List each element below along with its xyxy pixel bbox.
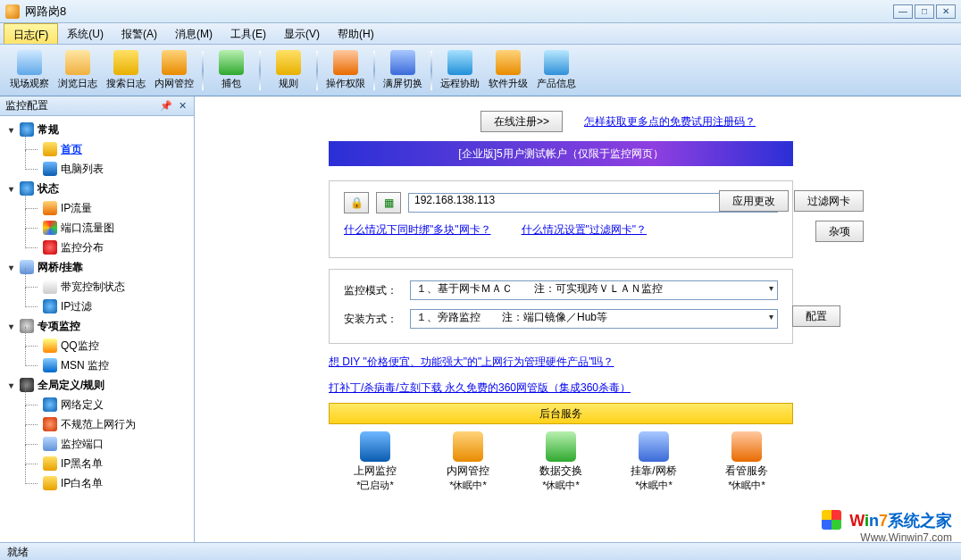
service-label: 数据交换 — [521, 464, 601, 479]
toolbar-software-upgrade[interactable]: 软件升级 — [484, 47, 532, 94]
sidebar-close-icon[interactable]: ✕ — [176, 100, 188, 113]
toolbar-browse-log[interactable]: 浏览日志 — [54, 47, 102, 94]
status-text: 就绪 — [7, 546, 29, 558]
patch-link[interactable]: 打补丁/杀病毒/立刻下载 永久免费的360网管版（集成360杀毒） — [329, 381, 631, 394]
maximize-button[interactable]: □ — [915, 4, 934, 19]
item-label: 首页 — [61, 142, 82, 157]
view-svc-icon — [731, 431, 762, 462]
service-bridge-svc[interactable]: 挂靠/网桥*休眠中* — [614, 431, 694, 492]
menu-3[interactable]: 消息(M) — [166, 23, 221, 44]
data-exchange-icon — [546, 431, 576, 462]
remote-assist-icon — [447, 50, 472, 75]
item-label: IP黑名单 — [61, 456, 103, 472]
capture-icon — [219, 50, 244, 75]
mode-value: １、基于网卡ＭＡＣ 注：可实现跨ＶＬＡＮ监控 — [416, 282, 663, 295]
title-bar: 网路岗8 — □ ✕ — [0, 0, 961, 23]
toolbar-rules[interactable]: 规则 — [264, 47, 313, 94]
toolbar-separator — [430, 51, 432, 90]
service-net-monitor[interactable]: 上网监控*已启动* — [335, 431, 415, 492]
item-label: 网络定义 — [61, 397, 104, 413]
irregular-behavior-icon — [43, 417, 57, 431]
watermark: Win7系统之家 Www.Winwin7.com — [822, 510, 952, 544]
diy-link[interactable]: 想 DIY "价格便宜、功能强大"的"上网行为管理硬件产品"吗？ — [329, 355, 614, 368]
tree-item-ip-whitelist[interactable]: IP白名单 — [0, 473, 194, 493]
network-def-icon — [43, 397, 57, 412]
nic-icon[interactable]: ▦ — [376, 192, 401, 213]
sidebar-title: 监控配置 — [5, 98, 48, 113]
watermark-line2: Www.Winwin7.com — [822, 531, 952, 544]
service-view-svc[interactable]: 看管服务*休眠中* — [706, 431, 787, 492]
browse-log-label: 浏览日志 — [58, 77, 97, 90]
toolbar-product-info[interactable]: 产品信息 — [532, 47, 581, 94]
windows-logo-icon — [822, 510, 841, 530]
tree-item-monitor-dist[interactable]: 监控分布 — [0, 238, 194, 257]
rules-icon — [276, 50, 301, 75]
service-label: 内网管控 — [428, 464, 508, 479]
misc-button[interactable]: 杂项 — [815, 221, 864, 242]
group-label: 状态 — [38, 181, 59, 196]
fullscreen-switch-label: 满屏切换 — [383, 77, 422, 90]
toolbar-capture[interactable]: 捕包 — [207, 47, 255, 94]
op-perm-label: 操作权限 — [326, 77, 365, 90]
toolbar-search-log[interactable]: 搜索日志 — [102, 47, 150, 94]
capture-label: 捕包 — [221, 77, 241, 90]
bandwidth-ctrl-icon — [43, 280, 57, 294]
toolbar-scene-watch[interactable]: 现场观察 — [5, 47, 54, 94]
menu-2[interactable]: 报警(A) — [113, 23, 166, 44]
toolbar-op-perm[interactable]: 操作权限 — [322, 47, 370, 94]
product-info-label: 产品信息 — [537, 77, 576, 90]
fullscreen-switch-icon — [390, 50, 415, 75]
close-button[interactable]: ✕ — [936, 4, 956, 19]
config-button[interactable]: 配置 — [792, 305, 840, 327]
service-status: *休眠中* — [521, 479, 601, 492]
sidebar-header: 监控配置 📌 ✕ — [0, 96, 194, 116]
toolbar-remote-assist[interactable]: 远程协助 — [436, 47, 484, 94]
service-intranet-ctrl[interactable]: 内网管控*休眠中* — [428, 431, 508, 492]
ip-traffic-icon — [43, 201, 57, 215]
group-label: 全局定义/规则 — [38, 378, 104, 393]
service-label: 挂靠/网桥 — [614, 464, 694, 479]
menu-1[interactable]: 系统(U) — [58, 23, 113, 44]
computer-list-icon — [43, 162, 57, 176]
item-label: 带宽控制状态 — [61, 280, 125, 295]
filter-nic-button[interactable]: 过滤网卡 — [794, 190, 864, 212]
toolbar-separator — [259, 51, 261, 90]
lock-icon[interactable]: 🔒 — [344, 192, 369, 213]
pin-icon[interactable]: 📌 — [160, 100, 172, 113]
msn-monitor-icon — [43, 358, 57, 372]
home-icon — [43, 142, 57, 156]
service-status: *已启动* — [335, 479, 415, 492]
tree-item-ip-filter[interactable]: IP过滤 — [0, 297, 194, 316]
tree-item-msn-monitor[interactable]: MSN 监控 — [0, 355, 194, 375]
menu-6[interactable]: 帮助(H) — [329, 23, 383, 44]
minimize-button[interactable]: — — [893, 4, 913, 19]
menu-5[interactable]: 显示(V) — [275, 23, 329, 44]
online-register-button[interactable]: 在线注册>> — [480, 111, 563, 132]
status-bar: 就绪 — [0, 542, 961, 560]
software-upgrade-label: 软件升级 — [489, 77, 528, 90]
toolbar-intranet-ctrl[interactable]: 内网管控 — [150, 47, 198, 94]
apply-button[interactable]: 应用更改 — [719, 190, 789, 212]
menu-4[interactable]: 工具(E) — [221, 23, 275, 44]
install-combo[interactable]: １、旁路监控 注：端口镜像／Hub等 — [410, 309, 778, 329]
toolbar-fullscreen-switch[interactable]: 满屏切换 — [379, 47, 427, 94]
ip-filter-icon — [43, 299, 57, 313]
rules-label: 规则 — [279, 77, 298, 90]
ip-blacklist-icon — [43, 456, 57, 471]
collapse-icon: ▾ — [5, 125, 16, 135]
net-monitor-icon — [360, 431, 390, 462]
multi-nic-help-link[interactable]: 什么情况下同时绑"多块"网卡？ — [344, 222, 491, 238]
search-log-icon — [113, 50, 138, 75]
service-data-exchange[interactable]: 数据交换*休眠中* — [521, 431, 601, 492]
filter-nic-help-link[interactable]: 什么情况设置"过滤网卡"？ — [522, 222, 648, 238]
tree-item-computer-list[interactable]: 电脑列表 — [0, 159, 194, 179]
service-grid: 上网监控*已启动*内网管控*休眠中*数据交换*休眠中*挂靠/网桥*休眠中*看管服… — [329, 431, 793, 492]
ip-value: 192.168.138.113 — [414, 194, 495, 206]
menu-bar: 日志(F)系统(U)报警(A)消息(M)工具(E)显示(V)帮助(H) — [0, 23, 961, 45]
mode-combo[interactable]: １、基于网卡ＭＡＣ 注：可实现跨ＶＬＡＮ监控 — [410, 280, 778, 300]
sidebar-tree: ▾常规首页电脑列表▾状态IP流量端口流量图监控分布▾网桥/挂靠带宽控制状态IP过… — [0, 116, 194, 542]
menu-0[interactable]: 日志(F) — [4, 23, 58, 44]
register-help-link[interactable]: 怎样获取更多点的免费试用注册码？ — [584, 114, 756, 130]
toolbar-separator — [316, 51, 318, 90]
toolbar: 现场观察浏览日志搜索日志内网管控捕包规则操作权限满屏切换远程协助软件升级产品信息 — [0, 45, 961, 96]
